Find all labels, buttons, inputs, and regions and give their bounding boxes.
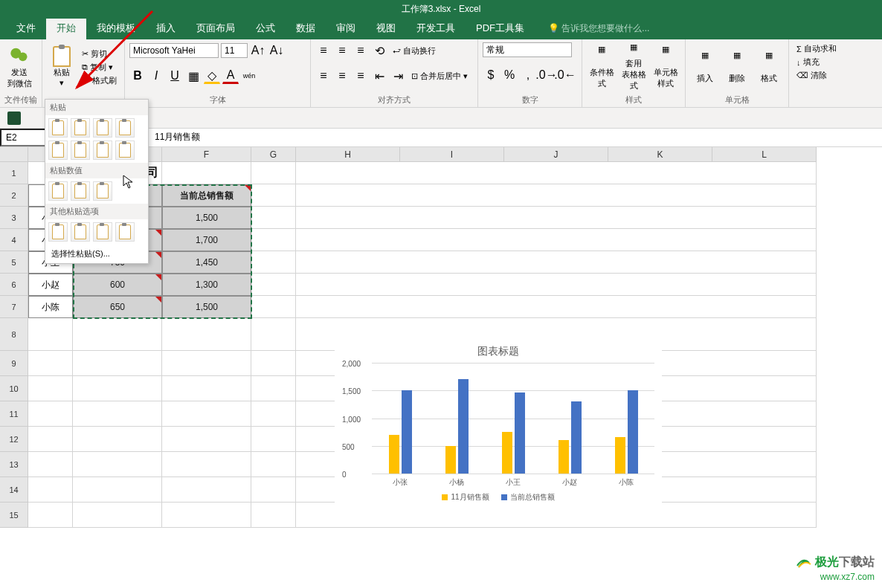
font-size-select[interactable]: [221, 43, 248, 58]
indent-increase-button[interactable]: ⇥: [390, 68, 406, 84]
row-header[interactable]: 1: [0, 162, 28, 184]
tab-pdf[interactable]: PDF工具集: [466, 17, 535, 39]
paste-formatting[interactable]: [48, 222, 68, 242]
paste-option-no-border[interactable]: [48, 140, 68, 160]
cell[interactable]: [251, 351, 296, 376]
cell[interactable]: [28, 452, 73, 477]
send-wechat-button[interactable]: 发送 到微信: [4, 42, 34, 91]
tab-dev[interactable]: 开发工具: [406, 17, 466, 39]
cell[interactable]: [296, 184, 817, 207]
cell[interactable]: [28, 401, 73, 427]
cell[interactable]: [162, 318, 251, 351]
col-header[interactable]: J: [504, 147, 608, 162]
paste-option-keep-src[interactable]: [115, 118, 135, 138]
paste-values[interactable]: [48, 181, 68, 201]
row-header[interactable]: 2: [0, 184, 28, 207]
tab-formula[interactable]: 公式: [245, 17, 286, 39]
cell[interactable]: [296, 229, 817, 251]
cell[interactable]: [251, 452, 296, 477]
cell[interactable]: [251, 401, 296, 427]
paste-linked-picture[interactable]: [115, 222, 135, 242]
paste-link[interactable]: [71, 222, 90, 242]
paste-values-number-fmt[interactable]: [71, 181, 90, 201]
cell[interactable]: [28, 318, 73, 351]
row-header[interactable]: 15: [0, 503, 28, 528]
insert-cells-button[interactable]: ▦插入: [690, 42, 720, 91]
row-header[interactable]: 14: [0, 477, 28, 503]
orientation-button[interactable]: ⟲: [371, 42, 387, 59]
cell[interactable]: [296, 503, 817, 528]
chart-title[interactable]: 图表标题: [335, 340, 662, 363]
formula-input[interactable]: 11月销售额: [149, 129, 882, 146]
percent-button[interactable]: %: [501, 67, 518, 83]
paste-special-item[interactable]: 选择性粘贴(S)...: [45, 245, 148, 263]
format-cells-button[interactable]: ▦格式: [754, 42, 784, 91]
align-center-button[interactable]: ≡: [334, 68, 350, 84]
increase-decimal-button[interactable]: .0→: [538, 67, 555, 83]
tab-home[interactable]: 开始: [46, 16, 86, 39]
cell[interactable]: [251, 274, 296, 296]
align-right-button[interactable]: ≡: [353, 68, 369, 84]
cell[interactable]: [251, 162, 296, 184]
row-header[interactable]: 12: [0, 427, 28, 452]
tab-template[interactable]: 我的模板: [86, 17, 146, 39]
col-header[interactable]: L: [712, 147, 817, 162]
cell[interactable]: [296, 162, 817, 184]
chart[interactable]: 图表标题 05001,0001,5002,000 小张小杨小王小赵小陈 11月销…: [335, 340, 662, 504]
paste-option-all[interactable]: [48, 118, 68, 138]
col-header[interactable]: H: [296, 147, 400, 162]
col-header[interactable]: G: [251, 147, 296, 162]
decrease-font-button[interactable]: A↓: [268, 42, 285, 59]
cell[interactable]: [251, 251, 296, 274]
cell[interactable]: 小赵: [28, 274, 73, 296]
row-header[interactable]: 5: [0, 251, 28, 274]
row-header[interactable]: 8: [0, 318, 28, 351]
row-header[interactable]: 11: [0, 401, 28, 427]
delete-cells-button[interactable]: ▦删除: [722, 42, 752, 91]
cell[interactable]: [162, 162, 251, 184]
cell[interactable]: 小陈: [28, 296, 73, 318]
row-header[interactable]: 13: [0, 452, 28, 477]
col-header[interactable]: F: [162, 147, 251, 162]
align-bottom-button[interactable]: ≡: [353, 42, 369, 59]
increase-font-button[interactable]: A↑: [250, 42, 266, 59]
tab-view[interactable]: 视图: [366, 17, 406, 39]
col-header[interactable]: K: [608, 147, 712, 162]
cell[interactable]: [251, 376, 296, 401]
border-button[interactable]: ▦: [185, 68, 202, 84]
paste-values-src-fmt[interactable]: [93, 181, 112, 201]
wrap-text-button[interactable]: ⮐自动换行: [390, 45, 439, 57]
cell[interactable]: [251, 296, 296, 318]
paste-option-formulas-fmt[interactable]: [93, 118, 112, 138]
autosum-button[interactable]: Σ自动求和: [794, 42, 840, 55]
paste-picture[interactable]: [93, 222, 112, 242]
cell[interactable]: [251, 427, 296, 452]
align-left-button[interactable]: ≡: [315, 68, 332, 84]
indent-decrease-button[interactable]: ⇤: [371, 68, 387, 84]
paste-option-col-width[interactable]: [71, 140, 90, 160]
cell[interactable]: [73, 318, 162, 351]
fill-button[interactable]: ↓填充: [794, 56, 840, 68]
cell-style-button[interactable]: ▦单元格样式: [651, 42, 680, 91]
cell[interactable]: [73, 452, 162, 477]
clear-button[interactable]: ⌫清除: [794, 69, 840, 82]
cell[interactable]: [296, 207, 817, 229]
cell[interactable]: [251, 318, 296, 351]
cell[interactable]: [162, 427, 251, 452]
cell[interactable]: [28, 351, 73, 376]
row-header[interactable]: 7: [0, 296, 28, 318]
cell[interactable]: [251, 207, 296, 229]
font-color-button[interactable]: A: [222, 68, 239, 84]
cell[interactable]: [28, 477, 73, 503]
cell[interactable]: [296, 296, 817, 318]
cell[interactable]: [162, 452, 251, 477]
currency-button[interactable]: $: [483, 67, 499, 83]
tab-data[interactable]: 数据: [286, 17, 326, 39]
tab-insert[interactable]: 插入: [146, 17, 186, 39]
phonetic-button[interactable]: wén: [241, 68, 257, 84]
cell[interactable]: [73, 351, 162, 376]
cell[interactable]: [296, 274, 817, 296]
cell[interactable]: [28, 503, 73, 528]
cell[interactable]: [73, 401, 162, 427]
format-painter-button[interactable]: 🖌格式刷: [79, 74, 120, 87]
